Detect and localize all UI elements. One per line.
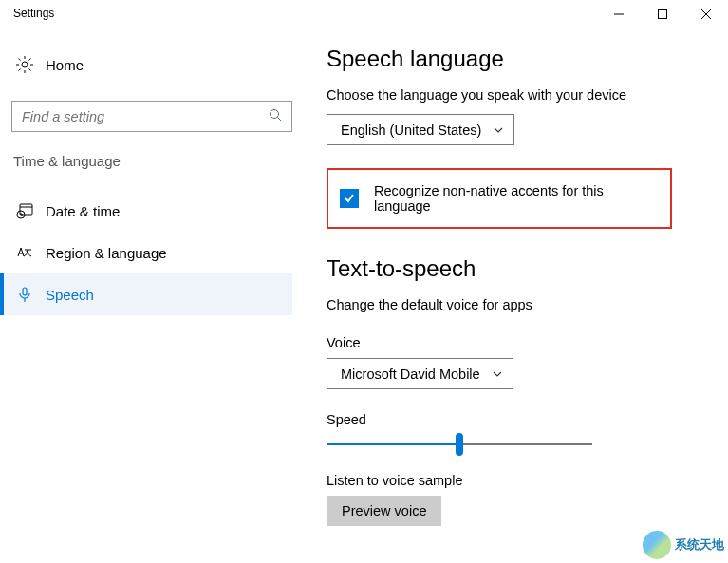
svg-rect-1: [659, 10, 667, 19]
speed-label: Speed: [327, 412, 702, 427]
voice-label: Voice: [327, 335, 702, 350]
clock-calendar-icon: [13, 202, 36, 219]
speed-slider[interactable]: [327, 435, 592, 454]
main-panel: Speech language Choose the language you …: [304, 28, 702, 526]
accent-checkbox-label: Recognize non-native accents for this la…: [374, 183, 659, 214]
globe-icon: [643, 531, 671, 559]
search-box[interactable]: [11, 101, 292, 132]
minimize-button[interactable]: [597, 0, 641, 28]
voice-dropdown[interactable]: Microsoft David Mobile: [327, 358, 513, 389]
svg-point-4: [22, 62, 28, 67]
window-title: Settings: [0, 0, 54, 20]
category-heading: Time & language: [11, 153, 292, 169]
chevron-down-icon: [493, 124, 504, 136]
dropdown-selected: Microsoft David Mobile: [341, 366, 480, 382]
listen-label: Listen to voice sample: [327, 473, 702, 488]
speech-heading: Speech language: [327, 46, 702, 72]
slider-fill: [327, 443, 459, 445]
close-icon: [701, 9, 711, 19]
sidebar-item-date-time[interactable]: Date & time: [0, 190, 292, 232]
speech-language-dropdown[interactable]: English (United States): [327, 114, 514, 145]
microphone-icon: [13, 286, 36, 303]
sidebar-item-label: Speech: [46, 287, 94, 303]
sidebar-item-region-language[interactable]: Region & language: [0, 232, 292, 273]
watermark: 系统天地: [643, 531, 724, 559]
dropdown-selected: English (United States): [341, 122, 481, 138]
tts-desc: Change the default voice for apps: [327, 297, 702, 312]
tts-heading: Text-to-speech: [327, 255, 702, 282]
svg-point-5: [271, 110, 279, 119]
speech-desc: Choose the language you speak with your …: [327, 87, 702, 103]
search-icon: [269, 108, 282, 124]
maximize-button[interactable]: [641, 0, 684, 28]
language-icon: [13, 244, 36, 261]
home-label: Home: [46, 57, 84, 73]
sidebar-item-speech[interactable]: Speech: [0, 273, 292, 315]
minimize-icon: [614, 9, 624, 19]
titlebar: Settings: [0, 0, 728, 28]
slider-thumb[interactable]: [456, 433, 463, 456]
accent-highlight: Recognize non-native accents for this la…: [327, 168, 672, 229]
gear-icon: [13, 55, 36, 74]
close-button[interactable]: [684, 0, 728, 28]
svg-rect-13: [23, 288, 27, 295]
preview-voice-button[interactable]: Preview voice: [327, 496, 441, 526]
home-nav[interactable]: Home: [11, 46, 292, 84]
svg-rect-7: [20, 204, 32, 215]
sidebar-item-label: Region & language: [46, 245, 167, 261]
chevron-down-icon: [492, 368, 503, 380]
accent-checkbox[interactable]: [340, 189, 359, 208]
maximize-icon: [658, 9, 667, 19]
search-input[interactable]: [22, 109, 269, 124]
sidebar-item-label: Date & time: [46, 203, 120, 219]
svg-line-6: [278, 118, 282, 122]
watermark-text: 系统天地: [675, 536, 724, 554]
check-icon: [344, 193, 355, 204]
sidebar: Home Time & language Date & time: [0, 28, 304, 526]
